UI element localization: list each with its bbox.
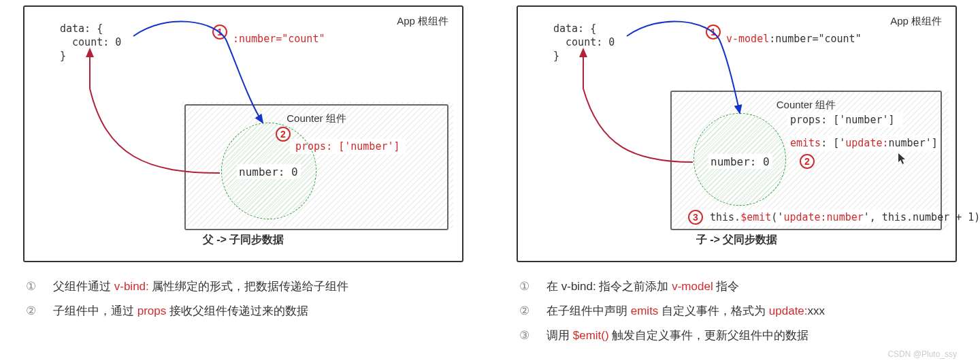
badge-2: 2: [276, 127, 291, 142]
caption: 子 -> 父同步数据: [518, 233, 956, 247]
emits-declaration: emits: ['update:number']: [790, 137, 938, 149]
number-value: number: 0: [710, 155, 770, 168]
caption: 父 -> 子同步数据: [24, 233, 462, 247]
bullet-3: ③ 调用 $emit() 触发自定义事件，更新父组件中的数据: [519, 323, 960, 348]
cursor-icon: [898, 153, 907, 165]
props-declaration: props: ['number']: [295, 140, 400, 153]
badge-2: 2: [800, 154, 815, 169]
app-title: App 根组件: [890, 15, 942, 28]
explanation-list-left: ① 父组件通过 v-bind: 属性绑定的形式，把数据传递给子组件 ② 子组件中…: [20, 274, 466, 323]
left-column: App 根组件 data: { count: 0 } 1 :number="co…: [20, 3, 466, 348]
vbind-directive: :number="count": [233, 33, 325, 45]
app-title: App 根组件: [397, 15, 448, 28]
number-value: number: 0: [239, 165, 298, 178]
diagram-child-to-parent: App 根组件 data: { count: 0 } 1 v-model:num…: [514, 3, 960, 265]
badge-3: 3: [688, 210, 703, 225]
emit-call: this.$emit('update:number', this.number …: [710, 211, 980, 223]
diagram-parent-to-child: App 根组件 data: { count: 0 } 1 :number="co…: [20, 3, 466, 265]
badge-1: 1: [212, 25, 227, 40]
watermark: CSDN @Pluto_ssy: [887, 349, 957, 359]
app-root-box: App 根组件 data: { count: 0 } 1 :number="co…: [23, 5, 463, 262]
bullet-1: ① 父组件通过 v-bind: 属性绑定的形式，把数据传递给子组件: [26, 274, 466, 299]
props-declaration: props: ['number']: [790, 114, 895, 126]
app-root-box: App 根组件 data: { count: 0 } 1 v-model:num…: [517, 5, 957, 262]
data-declaration: data: { count: 0 }: [553, 22, 615, 63]
bullet-1: ① 在 v-bind: 指令之前添加 v-model 指令: [519, 274, 960, 299]
vmodel-directive: v-model:number="count": [726, 33, 862, 45]
counter-title: Counter 组件: [197, 112, 436, 125]
badge-1: 1: [706, 25, 721, 40]
data-declaration: data: { count: 0 }: [60, 22, 121, 63]
counter-title: Counter 组件: [683, 99, 930, 112]
bullet-2: ② 在子组件中声明 emits 自定义事件，格式为 update:xxx: [519, 299, 960, 323]
explanation-list-right: ① 在 v-bind: 指令之前添加 v-model 指令 ② 在子组件中声明 …: [514, 274, 960, 348]
right-column: App 根组件 data: { count: 0 } 1 v-model:num…: [514, 3, 960, 348]
bullet-2: ② 子组件中，通过 props 接收父组件传递过来的数据: [26, 299, 466, 323]
